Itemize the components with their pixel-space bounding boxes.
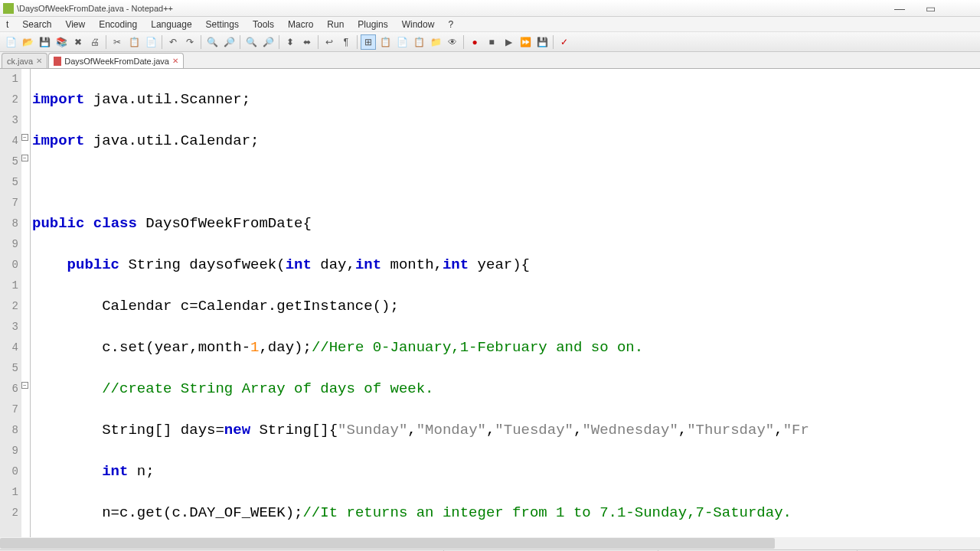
zoom-in-icon[interactable]: 🔍 xyxy=(243,34,259,50)
tab-active[interactable]: DaysOfWeekFromDate.java ✕ xyxy=(48,53,184,68)
close-tab-icon[interactable]: ✕ xyxy=(172,57,178,65)
stop-macro-icon[interactable]: ■ xyxy=(484,34,499,50)
app-icon xyxy=(3,3,14,14)
indent-guide-icon[interactable]: ⊞ xyxy=(361,34,376,50)
fold-column[interactable]: − − − xyxy=(21,69,31,537)
menubar: t Search View Encoding Language Settings… xyxy=(0,17,980,32)
menu-help[interactable]: ? xyxy=(446,18,455,31)
horizontal-scrollbar[interactable] xyxy=(0,537,980,549)
menu-view[interactable]: View xyxy=(64,18,87,31)
toolbar: 📄 📂 💾 📚 ✖ 🖨 ✂ 📋 📄 ↶ ↷ 🔍 🔎 🔍 🔎 ⬍ ⬌ ↩ ¶ ⊞ … xyxy=(0,32,980,52)
monitoring-icon[interactable]: 👁 xyxy=(445,34,460,50)
close-tab-icon[interactable]: ✕ xyxy=(36,57,42,65)
save-icon[interactable]: 💾 xyxy=(37,34,52,50)
menu-tools[interactable]: Tools xyxy=(251,18,276,31)
menu-search[interactable]: Search xyxy=(21,18,53,31)
folder-workspace-icon[interactable]: 📁 xyxy=(428,34,443,50)
menu-partial[interactable]: t xyxy=(5,18,10,31)
redo-icon[interactable]: ↷ xyxy=(182,34,198,50)
tab-label: DaysOfWeekFromDate.java xyxy=(64,57,169,66)
tab-label: ck.java xyxy=(7,57,33,66)
copy-icon[interactable]: 📋 xyxy=(126,34,142,50)
window-title: \DaysOfWeekFromDate.java - Notepad++ xyxy=(17,4,891,13)
menu-language[interactable]: Language xyxy=(149,18,193,31)
menu-encoding[interactable]: Encoding xyxy=(97,18,139,31)
paste-icon[interactable]: 📄 xyxy=(143,34,158,50)
func-list-icon[interactable]: 📋 xyxy=(411,34,426,50)
line-numbers: 1234557890123456789012 xyxy=(0,69,21,537)
tab-inactive[interactable]: ck.java ✕ xyxy=(2,53,47,68)
minimize-button[interactable]: — xyxy=(891,2,908,15)
menu-macro[interactable]: Macro xyxy=(286,18,315,31)
fold-icon[interactable]: − xyxy=(21,155,28,161)
code-area[interactable]: import java.util.Scanner; import java.ut… xyxy=(31,69,980,537)
user-lang-icon[interactable]: 📋 xyxy=(377,34,393,50)
menu-plugins[interactable]: Plugins xyxy=(356,18,389,31)
close-file-icon[interactable]: ✖ xyxy=(70,34,86,50)
titlebar: \DaysOfWeekFromDate.java - Notepad++ — ▭ xyxy=(0,0,980,17)
open-file-icon[interactable]: 📂 xyxy=(20,34,35,50)
file-icon xyxy=(54,57,61,66)
play-macro-icon[interactable]: ▶ xyxy=(501,34,516,50)
record-macro-icon[interactable]: ● xyxy=(467,34,482,50)
replace-icon[interactable]: 🔎 xyxy=(221,34,237,50)
print-icon[interactable]: 🖨 xyxy=(87,34,103,50)
save-macro-icon[interactable]: 💾 xyxy=(534,34,550,50)
fold-icon[interactable]: − xyxy=(21,134,28,141)
maximize-button[interactable]: ▭ xyxy=(922,2,939,15)
tabbar: ck.java ✕ DaysOfWeekFromDate.java ✕ xyxy=(0,52,980,69)
find-icon[interactable]: 🔍 xyxy=(204,34,220,50)
close-button[interactable] xyxy=(952,2,969,15)
menu-run[interactable]: Run xyxy=(325,18,345,31)
doc-map-icon[interactable]: 📄 xyxy=(394,34,410,50)
save-all-icon[interactable]: 📚 xyxy=(54,34,69,50)
zoom-out-icon[interactable]: 🔎 xyxy=(260,34,276,50)
menu-window[interactable]: Window xyxy=(400,18,436,31)
undo-icon[interactable]: ↶ xyxy=(165,34,181,50)
wrap-icon[interactable]: ↩ xyxy=(322,34,337,50)
new-file-icon[interactable]: 📄 xyxy=(3,34,18,50)
menu-settings[interactable]: Settings xyxy=(204,18,240,31)
scrollbar-thumb[interactable] xyxy=(0,538,775,549)
fold-icon[interactable]: − xyxy=(21,382,28,389)
play-multiple-icon[interactable]: ⏩ xyxy=(518,34,533,50)
sync-vscroll-icon[interactable]: ⬍ xyxy=(283,34,298,50)
cut-icon[interactable]: ✂ xyxy=(109,34,125,50)
sync-hscroll-icon[interactable]: ⬌ xyxy=(299,34,315,50)
spellcheck-icon[interactable]: ✓ xyxy=(557,34,572,50)
show-all-icon[interactable]: ¶ xyxy=(338,34,354,50)
editor[interactable]: 1234557890123456789012 − − − import java… xyxy=(0,69,980,537)
